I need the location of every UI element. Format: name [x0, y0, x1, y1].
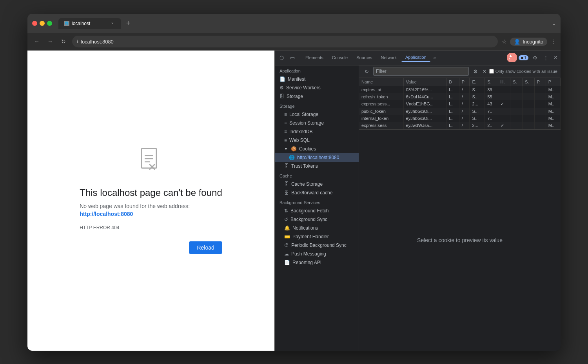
browser-menu-button[interactable]: ⋮ [550, 38, 556, 45]
col-header-samesite: S. [522, 78, 534, 86]
table-cell [522, 115, 534, 122]
table-cell [498, 86, 510, 93]
only-show-issues-checkbox[interactable] [489, 69, 494, 74]
back-button[interactable]: ← [32, 37, 42, 46]
sidebar-item-indexeddb[interactable]: ≡ IndexedDB [275, 127, 359, 136]
devtools-close-button[interactable]: × [552, 54, 559, 61]
clear-filter-button[interactable]: ✕ [482, 68, 487, 74]
sidebar-item-bg-fetch[interactable]: ⇅ Background Fetch [275, 206, 359, 215]
tab-dropdown[interactable]: ⌄ [552, 21, 556, 26]
sidebar-item-payment-handler[interactable]: 💳 Payment Handler [275, 232, 359, 241]
address-bar[interactable]: ℹ localhost:8080 [72, 36, 498, 47]
payment-handler-icon: 💳 [284, 234, 290, 239]
table-cell: express:sess... [359, 100, 403, 108]
cookies-icon: 🍪 [291, 146, 297, 152]
sidebar-item-back-forward-cache[interactable]: 🗄 Back/forward cache [275, 188, 359, 197]
sidebar-push-messaging-label: Push Messaging [291, 251, 326, 257]
error-container: This localhost page can't be found No we… [80, 147, 222, 254]
sidebar-indexeddb-label: IndexedDB [289, 129, 312, 134]
table-cell: M.. [546, 86, 560, 93]
refresh-cookies-button[interactable]: ↻ [362, 67, 371, 76]
error-count-badge: ▲ 1 [507, 53, 517, 62]
table-cell [522, 108, 534, 115]
tab-localhost[interactable]: 🌐 localhost × [58, 18, 121, 29]
tab-application[interactable]: Application [401, 53, 430, 62]
table-cell: M.. [546, 93, 560, 100]
sidebar-item-bg-sync[interactable]: ↺ Background Sync [275, 215, 359, 224]
sidebar-item-storage[interactable]: 🗄 Storage [275, 92, 359, 101]
only-show-issues-option[interactable]: Only show cookies with an issue [489, 69, 557, 74]
table-cell: / [459, 122, 470, 129]
table-row[interactable]: express:sess...VndaE1hBG...l.../2...43✓M… [359, 100, 561, 108]
filter-input[interactable] [373, 67, 469, 76]
only-show-issues-label: Only show cookies with an issue [495, 69, 557, 74]
tab-console[interactable]: Console [328, 54, 352, 62]
devtools-more-tabs[interactable]: » [431, 54, 438, 62]
table-cell: 2.. [485, 122, 498, 129]
sidebar-item-trust-tokens[interactable]: 🗄 Trust Tokens [275, 162, 359, 170]
table-cell: 43 [485, 100, 498, 108]
col-header-secure: S. [510, 78, 523, 86]
devtools-sidebar: Application 📄 Manifest ⚙ Service Workers… [275, 65, 359, 351]
table-row[interactable]: expires_at03%2F16%...l.../S...39M.. [359, 86, 561, 93]
table-cell: l... [446, 86, 459, 93]
sidebar-item-manifest[interactable]: 📄 Manifest [275, 75, 359, 83]
filter-settings-icon[interactable]: ⚙ [471, 67, 480, 76]
sidebar-item-cookies[interactable]: ▼ 🍪 Cookies [275, 145, 359, 153]
maximize-traffic-light[interactable] [47, 21, 52, 26]
tab-sources[interactable]: Sources [352, 54, 376, 62]
tab-elements[interactable]: Elements [301, 54, 327, 62]
table-cell: 6xDuH44Cu... [403, 93, 446, 100]
table-cell: express:sess [359, 122, 403, 129]
settings-icon[interactable]: ⚙ [530, 53, 540, 62]
sidebar-item-local-storage[interactable]: ≡ Local Storage [275, 110, 359, 119]
col-header-domain: D [446, 78, 459, 86]
reload-button[interactable]: ↻ [59, 37, 68, 46]
forward-button[interactable]: → [45, 37, 55, 46]
sidebar-item-cache-storage[interactable]: 🗄 Cache Storage [275, 180, 359, 188]
new-tab-button[interactable]: + [123, 18, 134, 29]
local-storage-icon: ≡ [284, 112, 287, 117]
cookies-table-body: expires_at03%2F16%...l.../S...39M..refre… [359, 86, 561, 129]
titlebar: 🌐 localhost × + ⌄ [27, 14, 561, 33]
sidebar-item-push-messaging[interactable]: ☁ Push Messaging [275, 250, 359, 258]
table-cell: l... [446, 115, 459, 122]
table-cell [534, 115, 546, 122]
push-messaging-icon: ☁ [284, 251, 289, 257]
table-cell [534, 86, 546, 93]
reload-page-button[interactable]: Reload [189, 241, 222, 254]
devtools-actions: ▲ 1 ■ 1 ⚙ ⋮ × [507, 53, 559, 63]
sidebar-item-web-sql[interactable]: ≡ Web SQL [275, 136, 359, 145]
table-cell: S... [470, 108, 485, 115]
bookmark-button[interactable]: ☆ [502, 38, 507, 45]
device-icon[interactable]: ▭ [287, 53, 298, 63]
sidebar-item-reporting-api[interactable]: 📄 Reporting API [275, 258, 359, 267]
sidebar-item-session-storage[interactable]: ≡ Session Storage [275, 119, 359, 127]
sidebar-item-periodic-bg-sync[interactable]: ⏱ Periodic Background Sync [275, 241, 359, 250]
table-row[interactable]: public_tokeneyJhbGciOi...l.../S...7..M.. [359, 108, 561, 115]
table-row[interactable]: express:sesseyJwdWJsa...l.../2...2..✓M.. [359, 122, 561, 129]
tab-close-button[interactable]: × [109, 20, 116, 27]
inspect-icon[interactable]: ⬡ [276, 53, 287, 63]
sidebar-item-notifications[interactable]: 🔔 Notifications [275, 224, 359, 232]
traffic-lights [32, 21, 52, 26]
minimize-traffic-light[interactable] [40, 21, 45, 26]
sidebar-item-localhost[interactable]: 🌐 http://localhost:8080 [275, 153, 359, 162]
col-header-priority: P. [534, 78, 546, 86]
error-title: This localhost page can't be found [80, 187, 222, 198]
table-cell: l... [446, 100, 459, 108]
table-cell: 2... [470, 100, 485, 108]
info-count-badge: ■ 1 [519, 55, 528, 60]
table-cell [522, 93, 534, 100]
tab-network[interactable]: Network [377, 54, 401, 62]
table-cell: 03%2F16%... [403, 86, 446, 93]
sidebar-localhost-label: http://localhost:8080 [297, 155, 339, 160]
table-row[interactable]: refresh_token6xDuH44Cu...l.../S...55M.. [359, 93, 561, 100]
cookies-toolbar: ↻ ⚙ ✕ Only show cookies with an issue [359, 65, 561, 78]
table-cell [534, 100, 546, 108]
table-row[interactable]: internal_tokeneyJhbGciOi...l.../S...7..M… [359, 115, 561, 122]
sidebar-item-service-workers[interactable]: ⚙ Service Workers [275, 83, 359, 92]
table-cell [510, 86, 523, 93]
close-traffic-light[interactable] [32, 21, 37, 26]
more-options-icon[interactable]: ⋮ [541, 53, 551, 62]
